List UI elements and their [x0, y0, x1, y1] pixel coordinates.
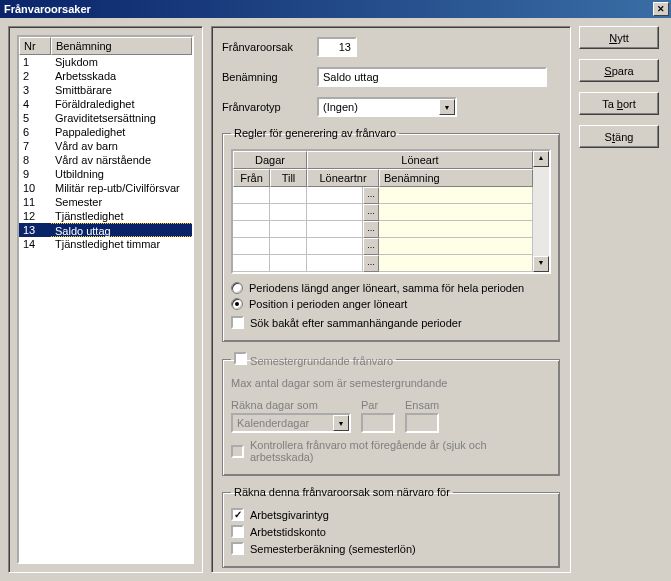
list-cell-ben: Sjukdom: [51, 55, 192, 69]
grid-cell-ben: [379, 238, 533, 255]
chevron-down-icon: ▼: [333, 415, 349, 431]
list-item[interactable]: 2Arbetsskada: [19, 69, 192, 83]
table-row[interactable]: ...: [233, 187, 533, 204]
save-button[interactable]: Spara: [579, 59, 659, 82]
list-cell-ben: Smittbärare: [51, 83, 192, 97]
lookup-button[interactable]: ...: [363, 204, 379, 221]
list-cell-nr: 8: [19, 153, 51, 167]
list-item[interactable]: 11Semester: [19, 195, 192, 209]
check-arbetsgivarintyg[interactable]: Arbetsgivarintyg: [231, 508, 551, 521]
grid-cell-fran[interactable]: [233, 204, 270, 221]
type-label: Frånvarotyp: [222, 101, 317, 113]
close-button[interactable]: Stäng: [579, 125, 659, 148]
list-cell-nr: 6: [19, 125, 51, 139]
code-input[interactable]: [317, 37, 357, 57]
lookup-button[interactable]: ...: [363, 238, 379, 255]
delete-button[interactable]: Ta bort: [579, 92, 659, 115]
check-semesterberakning[interactable]: Semesterberäkning (semesterlön): [231, 542, 551, 555]
list-cell-nr: 4: [19, 97, 51, 111]
radio-period-length[interactable]: Periodens längd anger löneart, samma för…: [231, 282, 551, 294]
grid-cell-fran[interactable]: [233, 238, 270, 255]
list-cell-nr: 7: [19, 139, 51, 153]
grid-cell-loneartnr[interactable]: [307, 221, 363, 238]
grid-cell-till[interactable]: [270, 187, 307, 204]
grid-header-ben: Benämning: [379, 169, 533, 187]
grid-cell-ben: [379, 255, 533, 272]
grid-cell-loneartnr[interactable]: [307, 187, 363, 204]
table-row[interactable]: ...: [233, 204, 533, 221]
checkbox-icon: [231, 525, 244, 538]
max-days-label: Max antal dagar som är semestergrundande: [231, 377, 551, 389]
list-item[interactable]: 8Vård av närstående: [19, 153, 192, 167]
close-icon[interactable]: ✕: [653, 2, 669, 16]
scroll-down-icon[interactable]: ▼: [533, 256, 549, 272]
grid-cell-till[interactable]: [270, 204, 307, 221]
table-row[interactable]: ...: [233, 238, 533, 255]
list-item[interactable]: 7Vård av barn: [19, 139, 192, 153]
list-item[interactable]: 13Saldo uttag: [19, 223, 192, 237]
list-cell-nr: 12: [19, 209, 51, 223]
list-item[interactable]: 14Tjänstledighet timmar: [19, 237, 192, 251]
lookup-button[interactable]: ...: [363, 187, 379, 204]
list-cell-nr: 5: [19, 111, 51, 125]
semester-fieldset: Semestergrundande frånvaro Max antal dag…: [222, 352, 560, 476]
check-arbetstidskonto[interactable]: Arbetstidskonto: [231, 525, 551, 538]
list-item[interactable]: 3Smittbärare: [19, 83, 192, 97]
list-item[interactable]: 12Tjänstledighet: [19, 209, 192, 223]
list-header-nr[interactable]: Nr: [19, 37, 51, 55]
list-item[interactable]: 9Utbildning: [19, 167, 192, 181]
grid-header-loneart: Löneart: [307, 151, 533, 169]
lookup-button[interactable]: ...: [363, 255, 379, 272]
table-row[interactable]: ...: [233, 221, 533, 238]
semester-checkbox[interactable]: [234, 352, 247, 365]
list-cell-ben: Föräldraledighet: [51, 97, 192, 111]
grid-cell-till[interactable]: [270, 238, 307, 255]
grid-cell-loneartnr[interactable]: [307, 255, 363, 272]
list-cell-nr: 13: [19, 223, 51, 237]
list-header-ben[interactable]: Benämning: [51, 37, 192, 55]
new-button[interactable]: Nytt: [579, 26, 659, 49]
list-cell-ben: Pappaledighet: [51, 125, 192, 139]
rules-fieldset: Regler för generering av frånvaro Dagar …: [222, 127, 560, 342]
grid-cell-till[interactable]: [270, 255, 307, 272]
list-panel: Nr Benämning 1Sjukdom2Arbetsskada3Smittb…: [8, 26, 203, 573]
grid-scrollbar[interactable]: ▲ ▼: [533, 151, 549, 272]
grid-cell-ben: [379, 187, 533, 204]
grid-cell-loneartnr[interactable]: [307, 238, 363, 255]
list-item[interactable]: 6Pappaledighet: [19, 125, 192, 139]
list-item[interactable]: 4Föräldraledighet: [19, 97, 192, 111]
par-input: [361, 413, 395, 433]
scroll-up-icon[interactable]: ▲: [533, 151, 549, 167]
lookup-button[interactable]: ...: [363, 221, 379, 238]
list-item[interactable]: 5Graviditetsersättning: [19, 111, 192, 125]
chevron-down-icon[interactable]: ▼: [439, 99, 455, 115]
semester-legend: Semestergrundande frånvaro: [250, 355, 393, 367]
checkbox-icon: [231, 542, 244, 555]
list-item[interactable]: 10Militär rep-utb/Civilförsvar: [19, 181, 192, 195]
grid-header-fran: Från: [233, 169, 270, 187]
list-cell-ben: Graviditetsersättning: [51, 111, 192, 125]
radio-position[interactable]: Position i perioden anger löneart: [231, 298, 551, 310]
grid-cell-loneartnr[interactable]: [307, 204, 363, 221]
rules-legend: Regler för generering av frånvaro: [231, 127, 399, 139]
list-cell-ben: Utbildning: [51, 167, 192, 181]
name-input[interactable]: [317, 67, 547, 87]
checkbox-icon: [231, 508, 244, 521]
ensam-label: Ensam: [405, 399, 439, 411]
grid-cell-till[interactable]: [270, 221, 307, 238]
grid-header-dagar: Dagar: [233, 151, 307, 169]
type-combo[interactable]: (Ingen) ▼: [317, 97, 457, 117]
grid-header-till: Till: [270, 169, 307, 187]
radio-icon: [231, 298, 243, 310]
type-value: (Ingen): [323, 101, 358, 113]
grid-cell-fran[interactable]: [233, 221, 270, 238]
ensam-input: [405, 413, 439, 433]
check-search-back[interactable]: Sök bakåt efter sammanhängande perioder: [231, 316, 551, 329]
list-cell-ben: Vård av närstående: [51, 153, 192, 167]
grid-cell-fran[interactable]: [233, 255, 270, 272]
list-item[interactable]: 1Sjukdom: [19, 55, 192, 69]
grid-cell-fran[interactable]: [233, 187, 270, 204]
detail-panel: Frånvaroorsak Benämning Frånvarotyp (Ing…: [211, 26, 571, 573]
table-row[interactable]: ...: [233, 255, 533, 272]
kontroll-checkbox: [231, 445, 244, 458]
